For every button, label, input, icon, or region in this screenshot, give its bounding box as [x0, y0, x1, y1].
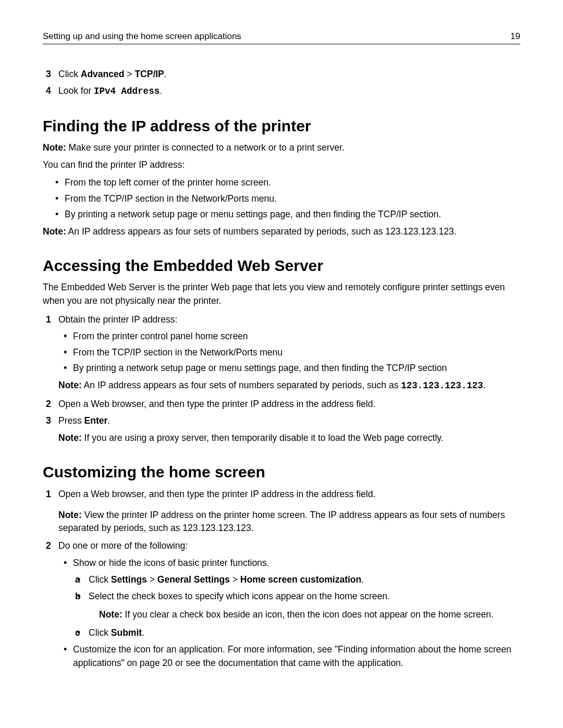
- numbered-steps: 1 Open a Web browser, and then type the …: [43, 487, 520, 670]
- header-title: Setting up and using the home screen app…: [43, 31, 241, 42]
- list-item: Customize the icon for an application. F…: [62, 643, 520, 670]
- letter-list: a Click Settings > General Settings > Ho…: [75, 573, 520, 639]
- bullet-list: From the printer control panel home scre…: [62, 329, 520, 375]
- note-paragraph: Note: An IP address appears as four sets…: [43, 225, 520, 238]
- paragraph: You can find the printer IP address:: [43, 158, 520, 171]
- section-heading-finding-ip: Finding the IP address of the printer: [43, 117, 520, 135]
- step-1: 1 Open a Web browser, and then type the …: [43, 487, 520, 535]
- list-item: By printing a network setup page or menu…: [62, 361, 520, 375]
- bullet-list: Show or hide the icons of basic printer …: [62, 556, 520, 670]
- letter-a: a Click Settings > General Settings > Ho…: [75, 573, 520, 586]
- step-3: 3 Click Advanced > TCP/IP.: [43, 67, 520, 81]
- page-number: 19: [510, 31, 520, 42]
- letter-b: b Select the check boxes to specify whic…: [75, 589, 520, 622]
- bullet-list: From the top left corner of the printer …: [53, 176, 520, 221]
- note-paragraph: Note: Make sure your printer is connecte…: [43, 141, 520, 154]
- list-item: From the printer control panel home scre…: [62, 329, 520, 343]
- step-3: 3 Press Enter. Note: If you are using a …: [43, 414, 520, 445]
- running-header: Setting up and using the home screen app…: [43, 31, 520, 44]
- section-heading-customizing: Customizing the home screen: [43, 463, 520, 481]
- step-2: 2 Open a Web browser, and then type the …: [43, 397, 520, 411]
- note-paragraph: Note: If you clear a check box beside an…: [99, 608, 520, 621]
- step-4: 4 Look for IPv4 Address.: [43, 84, 520, 98]
- list-item: From the TCP/IP section in the Network/P…: [53, 192, 520, 205]
- step-1: 1 Obtain the printer IP address: From th…: [43, 313, 520, 392]
- list-item: By printing a network setup page or menu…: [53, 207, 520, 221]
- intro-steps: 3 Click Advanced > TCP/IP. 4 Look for IP…: [43, 67, 520, 98]
- note-paragraph: Note: An IP address appears as four sets…: [58, 379, 520, 392]
- paragraph: The Embedded Web Server is the printer W…: [43, 281, 520, 307]
- note-paragraph: Note: If you are using a proxy server, t…: [58, 431, 520, 445]
- list-item: From the TCP/IP section in the Network/P…: [62, 346, 520, 359]
- numbered-steps: 1 Obtain the printer IP address: From th…: [43, 313, 520, 445]
- section-heading-embedded-web: Accessing the Embedded Web Server: [43, 257, 520, 275]
- list-item: Show or hide the icons of basic printer …: [62, 556, 520, 639]
- letter-c: c Click Submit.: [75, 626, 520, 639]
- list-item: From the top left corner of the printer …: [53, 176, 520, 189]
- note-paragraph: Note: View the printer IP address on the…: [58, 509, 520, 535]
- step-2: 2 Do one or more of the following: Show …: [43, 539, 520, 670]
- document-page: Setting up and using the home screen app…: [0, 0, 563, 728]
